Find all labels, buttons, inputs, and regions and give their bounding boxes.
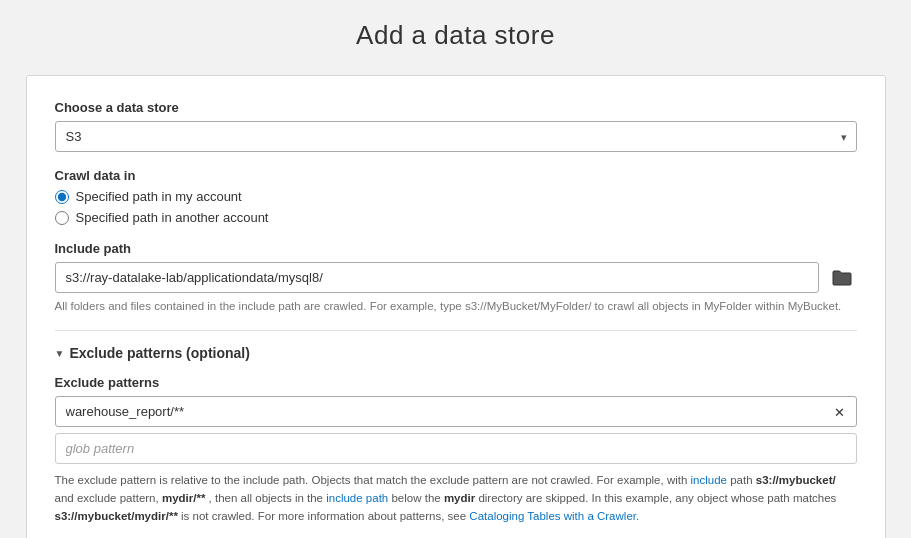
browse-folder-button[interactable] (827, 265, 857, 291)
page-container: Add a data store Choose a data store S3 … (0, 0, 911, 538)
exclude-pattern-row-1: ✕ (55, 396, 857, 427)
include-path-row (55, 262, 857, 293)
exclude-clear-button-1[interactable]: ✕ (830, 403, 849, 420)
data-store-select[interactable]: S3 JDBC DynamoDB MongoDB (55, 121, 857, 152)
folder-icon (831, 269, 853, 287)
glob-pattern-input[interactable] (55, 433, 857, 464)
include-path-group: Include path All folders and files conta… (55, 241, 857, 314)
radio-my-account[interactable]: Specified path in my account (55, 189, 857, 204)
crawl-data-in-group: Crawl data in Specified path in my accou… (55, 168, 857, 225)
full-path-bold: s3://mybucket/mydir/** (55, 510, 178, 522)
mydir-pattern-bold: mydir/** (162, 492, 205, 504)
page-title: Add a data store (356, 20, 555, 51)
exclude-patterns-label: Exclude patterns (55, 375, 857, 390)
radio-my-account-input[interactable] (55, 190, 69, 204)
include-highlight-1: include (691, 474, 727, 486)
radio-another-account-label: Specified path in another account (76, 210, 269, 225)
crawl-data-in-label: Crawl data in (55, 168, 857, 183)
s3-path-bold: s3://mybucket/ (756, 474, 836, 486)
exclude-patterns-toggle[interactable]: ▼ Exclude patterns (optional) (55, 345, 857, 361)
exclude-description: The exclude pattern is relative to the i… (55, 472, 857, 525)
exclude-patterns-section: ▼ Exclude patterns (optional) Exclude pa… (55, 345, 857, 525)
crawl-radio-group: Specified path in my account Specified p… (55, 189, 857, 225)
radio-another-account[interactable]: Specified path in another account (55, 210, 857, 225)
exclude-input-wrapper-1: ✕ (55, 396, 857, 427)
data-store-select-wrapper: S3 JDBC DynamoDB MongoDB ▾ (55, 121, 857, 152)
radio-another-account-input[interactable] (55, 211, 69, 225)
choose-data-store-label: Choose a data store (55, 100, 857, 115)
exclude-pattern-input-1[interactable] (55, 396, 857, 427)
form-card: Choose a data store S3 JDBC DynamoDB Mon… (26, 75, 886, 538)
include-path-input[interactable] (55, 262, 819, 293)
collapse-arrow-icon: ▼ (55, 348, 65, 359)
exclude-pattern-row-2 (55, 433, 857, 464)
exclude-patterns-section-label: Exclude patterns (optional) (69, 345, 249, 361)
cataloging-tables-link[interactable]: Cataloging Tables with a Crawler. (469, 510, 639, 522)
mydir-bold: mydir (444, 492, 475, 504)
choose-data-store-group: Choose a data store S3 JDBC DynamoDB Mon… (55, 100, 857, 152)
include-path-hint: All folders and files contained in the i… (55, 298, 857, 314)
exclude-patterns-field-group: Exclude patterns ✕ The exclude pattern i… (55, 375, 857, 525)
radio-my-account-label: Specified path in my account (76, 189, 242, 204)
include-highlight-2: include path (326, 492, 388, 504)
section-divider (55, 330, 857, 331)
include-path-label: Include path (55, 241, 857, 256)
